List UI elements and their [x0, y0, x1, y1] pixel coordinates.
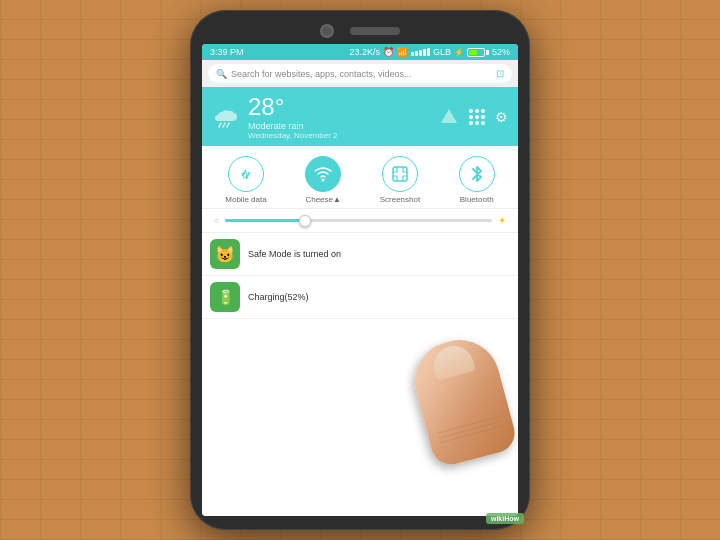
svg-marker-3 — [441, 109, 457, 123]
apps-grid-icon[interactable] — [469, 109, 485, 125]
brightness-slider-track[interactable] — [225, 219, 492, 222]
brightness-low-icon: ○ — [214, 216, 219, 225]
search-placeholder: Search for websites, apps, contacts, vid… — [231, 69, 412, 79]
charging-text: Charging(52%) — [248, 292, 309, 302]
toggle-bluetooth-circle[interactable] — [459, 156, 495, 192]
toggle-wifi-circle[interactable] — [305, 156, 341, 192]
finger-overlay — [420, 340, 540, 470]
phone-top-hardware — [202, 24, 518, 38]
svg-line-2 — [227, 123, 229, 127]
brightness-slider-fill — [225, 219, 305, 222]
lightning-icon: ⚡ — [454, 48, 464, 57]
battery-percent: 52% — [492, 47, 510, 57]
settings-gear-icon[interactable]: ⚙ — [495, 109, 508, 125]
status-right: 23.2K/s ⏰ 📶 GLB ⚡ — [349, 47, 510, 57]
finger-lines — [438, 416, 505, 447]
svg-rect-6 — [393, 167, 407, 181]
signal-strength — [411, 48, 430, 56]
safe-mode-icon: 😺 — [210, 239, 240, 269]
search-icon: 🔍 — [216, 69, 227, 79]
weather-widget: 28° Moderate rain Wednesday, November 2 — [202, 87, 518, 146]
wikihow-label: wikiHow — [491, 515, 519, 522]
network-speed: 23.2K/s — [349, 47, 380, 57]
safe-mode-text: Safe Mode is turned on — [248, 249, 341, 259]
svg-line-0 — [219, 123, 221, 127]
weather-date: Wednesday, November 2 — [248, 131, 338, 140]
toggle-bluetooth[interactable]: Bluetooth — [459, 156, 495, 204]
toggle-bluetooth-label: Bluetooth — [460, 195, 494, 204]
bluetooth-icon — [469, 164, 485, 184]
notification-safe-mode[interactable]: 😺 Safe Mode is turned on — [202, 233, 518, 276]
wifi-icon: 📶 — [397, 47, 408, 57]
speaker-bar — [350, 27, 400, 35]
toggle-screenshot-label: Screenshot — [380, 195, 420, 204]
weather-left: 28° Moderate rain Wednesday, November 2 — [212, 93, 338, 140]
toggle-screenshot-circle[interactable] — [382, 156, 418, 192]
expand-icon: ⊡ — [496, 68, 504, 79]
weather-cloud-icon — [212, 105, 240, 129]
alarm-icon: ⏰ — [383, 47, 394, 57]
screenshot-icon — [391, 165, 409, 183]
weather-map-icon — [439, 107, 459, 127]
battery-icon — [467, 48, 489, 57]
toggle-mobile-data-circle[interactable]: ⇅ — [228, 156, 264, 192]
wifi-icon — [314, 166, 332, 182]
charging-icon: 🔋 — [210, 282, 240, 312]
svg-text:⇅: ⇅ — [241, 170, 249, 181]
weather-info: 28° Moderate rain Wednesday, November 2 — [248, 93, 338, 140]
svg-line-1 — [223, 123, 225, 127]
toggle-screenshot[interactable]: Screenshot — [380, 156, 420, 204]
weather-condition: Moderate rain — [248, 121, 338, 131]
weather-right: ⚙ — [439, 107, 508, 127]
status-time: 3:39 PM — [210, 47, 244, 57]
status-bar: 3:39 PM 23.2K/s ⏰ 📶 GLB ⚡ — [202, 44, 518, 60]
notification-charging[interactable]: 🔋 Charging(52%) — [202, 276, 518, 319]
status-left: 3:39 PM — [210, 47, 244, 57]
brightness-slider-row: ○ ✦ — [202, 209, 518, 233]
finger-nail — [429, 342, 475, 381]
weather-temperature: 28° — [248, 93, 338, 121]
toggle-wifi-label: Cheese▲ — [305, 195, 341, 204]
brightness-high-icon: ✦ — [498, 215, 506, 226]
mobile-data-icon: ⇅ — [238, 166, 254, 182]
camera-dot — [320, 24, 334, 38]
toggle-mobile-data-label: Mobile data — [225, 195, 266, 204]
toggle-mobile-data[interactable]: ⇅ Mobile data — [225, 156, 266, 204]
toggle-wifi[interactable]: Cheese▲ — [305, 156, 341, 204]
svg-point-5 — [322, 179, 325, 182]
wikihow-badge: wikiHow — [486, 513, 524, 524]
brightness-slider-thumb[interactable] — [299, 215, 311, 227]
search-bar[interactable]: 🔍 Search for websites, apps, contacts, v… — [208, 64, 512, 83]
phone-device: 3:39 PM 23.2K/s ⏰ 📶 GLB ⚡ — [190, 10, 530, 530]
finger-shape — [406, 331, 519, 469]
carrier-label: GLB — [433, 47, 451, 57]
quick-toggles-panel: ⇅ Mobile data Cheese▲ — [202, 146, 518, 209]
